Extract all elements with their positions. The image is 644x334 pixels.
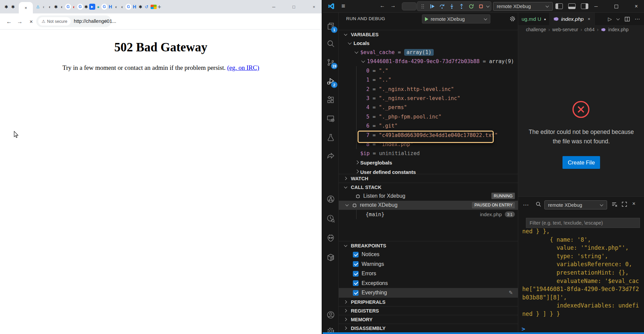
- dirty-dot-icon[interactable]: ●: [544, 17, 546, 21]
- breakpoints-section-header[interactable]: BREAKPOINTS: [339, 241, 518, 250]
- step-into-icon[interactable]: [448, 2, 456, 10]
- pinned-tab-favicon[interactable]: G: [101, 4, 107, 10]
- tab-index-php[interactable]: index.php ×: [550, 13, 595, 25]
- variable-row[interactable]: 1 = "..": [339, 76, 518, 85]
- vscode-maximize-button[interactable]: [611, 3, 621, 10]
- peripherals-section-header[interactable]: PERIPHERALS: [339, 297, 518, 306]
- git-graph-icon[interactable]: [326, 195, 335, 203]
- irc-link[interactable]: (eg. on IRC): [227, 64, 259, 71]
- breakpoint-row[interactable]: Notices: [339, 250, 518, 259]
- pinned-tab-favicon[interactable]: ◐: [71, 4, 77, 10]
- launch-config-dropdown[interactable]: remote XDebug: [422, 14, 490, 23]
- maximize-panel-icon[interactable]: [622, 201, 627, 207]
- new-tab-button[interactable]: +: [155, 3, 164, 11]
- pinned-tab-favicon[interactable]: ▶: [89, 4, 95, 10]
- pinned-tab-favicon[interactable]: ✱: [138, 4, 144, 10]
- variable-row[interactable]: 2 = "._nginx.http-level.inc": [339, 85, 518, 94]
- checkbox-checked-icon[interactable]: [353, 271, 359, 277]
- run-dropdown-chevron-icon[interactable]: [616, 17, 620, 21]
- nav-forward-icon[interactable]: →: [390, 3, 396, 9]
- debug-session-row[interactable]: Listen for Xdebug RUNNING: [339, 191, 518, 201]
- toggle-secondary-sidebar-icon[interactable]: [581, 3, 588, 9]
- address-bar[interactable]: ⚠ Not secure http://challenge01... ☆: [36, 15, 111, 27]
- checkbox-checked-icon[interactable]: [353, 280, 359, 286]
- variable-row[interactable]: 19446081-8fda-4290-9ec0-73d7f2b03b88 = a…: [339, 57, 518, 66]
- variable-row[interactable]: 6 = ".git": [339, 122, 518, 131]
- breadcrumb-item[interactable]: index.php: [608, 27, 629, 32]
- pinned-tab-favicon[interactable]: G: [125, 4, 131, 10]
- twisty-icon[interactable]: [347, 41, 354, 46]
- forward-button[interactable]: →: [15, 17, 24, 26]
- pinned-tab-favicon[interactable]: ◐: [119, 4, 125, 10]
- bookmark-star-icon[interactable]: ☆: [104, 18, 108, 23]
- clear-console-icon[interactable]: [611, 201, 618, 207]
- console-filter-input[interactable]: [526, 218, 640, 228]
- twisty-icon[interactable]: [354, 160, 360, 165]
- drag-grip-icon[interactable]: [419, 2, 427, 10]
- tab-debug-md[interactable]: ug.md U ●: [518, 13, 550, 25]
- variable-row[interactable]: 3 = "._nginx.server-level.inc": [339, 94, 518, 103]
- pinned-tab-favicon[interactable]: ✱: [3, 4, 9, 10]
- checkbox-checked-icon[interactable]: [353, 261, 359, 267]
- stop-dropdown-chevron-icon[interactable]: [486, 5, 490, 8]
- variable-row[interactable]: Superglobals: [339, 158, 518, 167]
- hamburger-menu-icon[interactable]: ≡: [341, 2, 345, 10]
- toggle-sidebar-icon[interactable]: [555, 3, 563, 9]
- pinned-tab-favicon[interactable]: ◐: [59, 4, 65, 10]
- browser-minimize-button[interactable]: ─: [270, 3, 277, 10]
- remote-explorer-icon[interactable]: [326, 114, 335, 123]
- active-browser-tab[interactable]: ×: [19, 2, 33, 13]
- step-over-icon[interactable]: [438, 2, 446, 10]
- command-center-search[interactable]: [402, 2, 417, 10]
- split-editor-icon[interactable]: [625, 16, 630, 22]
- pinned-tab-favicon[interactable]: ●: [95, 4, 101, 10]
- variable-row[interactable]: User defined constants: [339, 167, 518, 174]
- breadcrumb-item[interactable]: challenge: [526, 27, 546, 32]
- run-php-icon[interactable]: ▷: [608, 16, 612, 22]
- pinned-tab-favicon[interactable]: ◐: [113, 4, 119, 10]
- checkbox-checked-icon[interactable]: [353, 290, 359, 296]
- variable-row[interactable]: $ip = uninitialized: [339, 149, 518, 158]
- stop-icon[interactable]: [477, 2, 485, 10]
- console-input-prompt[interactable]: >: [522, 325, 525, 332]
- disassembly-section-header[interactable]: DISASSEMBLY: [339, 324, 518, 332]
- vscode-minimize-button[interactable]: ─: [591, 3, 601, 10]
- twisty-icon[interactable]: [360, 59, 367, 64]
- debug-config-dropdown[interactable]: remote XDebug: [493, 2, 553, 11]
- pinned-tab-favicon[interactable]: ↺: [144, 4, 150, 10]
- console-session-dropdown[interactable]: remote XDebug: [544, 200, 607, 209]
- debug-settings-gear-icon[interactable]: [509, 15, 516, 22]
- checkbox-checked-icon[interactable]: [353, 252, 359, 257]
- extensions-icon[interactable]: [326, 96, 335, 104]
- variable-row[interactable]: 0 = ".": [339, 66, 518, 75]
- url-text[interactable]: http://challenge01...: [74, 18, 116, 24]
- tab-close-icon[interactable]: ×: [24, 5, 27, 10]
- debug-session-row[interactable]: remote XDebug PAUSED ON ENTRY: [339, 201, 518, 210]
- tab-close-icon[interactable]: ×: [588, 16, 590, 21]
- search-icon[interactable]: [326, 39, 335, 48]
- breadcrumb-item[interactable]: web-serveur: [552, 27, 578, 32]
- breakpoint-row[interactable]: Exceptions: [339, 279, 518, 288]
- step-out-icon[interactable]: [458, 2, 466, 10]
- container-icon[interactable]: [326, 253, 335, 262]
- pinned-tab-favicon[interactable]: H: [131, 4, 138, 10]
- browser-maximize-button[interactable]: □: [290, 3, 297, 10]
- stack-frame-row[interactable]: {main} index.php 3:1: [339, 210, 518, 219]
- pinned-tab-favicon[interactable]: ✱: [10, 4, 16, 10]
- pinned-tab-favicon[interactable]: G: [65, 4, 71, 10]
- editor-more-actions-icon[interactable]: ⋯: [635, 16, 640, 22]
- twisty-icon[interactable]: [354, 50, 360, 55]
- close-panel-icon[interactable]: ×: [632, 201, 635, 207]
- pinned-tab-favicon[interactable]: ✱: [83, 4, 89, 10]
- twisty-icon[interactable]: [354, 169, 360, 174]
- back-button[interactable]: ←: [5, 17, 13, 26]
- create-file-button[interactable]: Create File: [562, 156, 600, 169]
- callstack-section-header[interactable]: CALL STACK: [339, 183, 518, 191]
- test-beaker-icon[interactable]: [326, 133, 335, 142]
- restart-icon[interactable]: [467, 2, 476, 10]
- continue-icon[interactable]: [428, 2, 437, 10]
- pinned-tab-favicon[interactable]: Δ: [35, 4, 41, 10]
- variables-section-header[interactable]: VARIABLES: [339, 30, 518, 39]
- start-debug-icon[interactable]: [425, 17, 428, 21]
- pinned-tab-favicon[interactable]: ✱: [53, 4, 59, 10]
